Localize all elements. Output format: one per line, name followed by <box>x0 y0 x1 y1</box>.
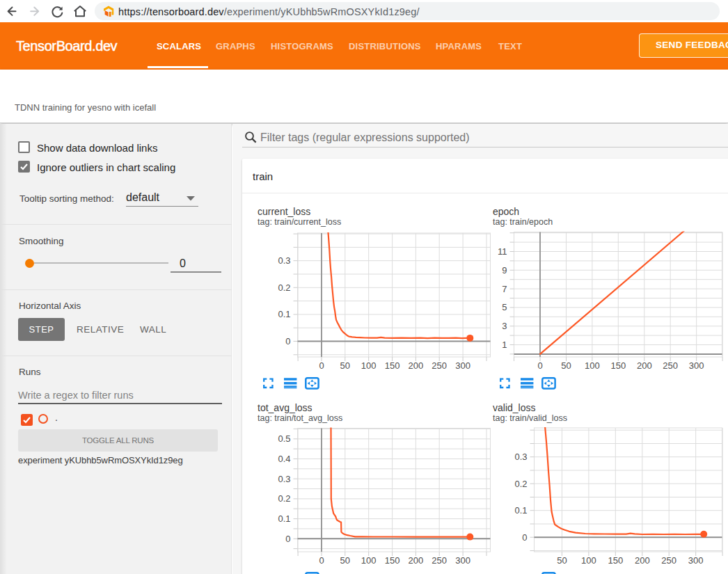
svg-text:0: 0 <box>285 336 290 346</box>
svg-text:300: 300 <box>689 360 704 371</box>
svg-text:0: 0 <box>522 532 527 543</box>
svg-text:0: 0 <box>319 555 324 566</box>
svg-text:250: 250 <box>432 360 447 371</box>
svg-text:150: 150 <box>610 360 626 371</box>
svg-text:100: 100 <box>581 555 596 566</box>
svg-text:200: 200 <box>409 555 424 566</box>
svg-text:50: 50 <box>557 555 567 566</box>
svg-text:300: 300 <box>455 360 470 371</box>
svg-text:200: 200 <box>637 360 652 371</box>
svg-text:50: 50 <box>561 360 571 371</box>
svg-text:300: 300 <box>688 555 704 566</box>
svg-text:200: 200 <box>409 360 424 371</box>
svg-text:50: 50 <box>340 360 350 371</box>
svg-text:7: 7 <box>502 284 507 294</box>
svg-text:150: 150 <box>608 555 623 566</box>
svg-text:50: 50 <box>340 555 350 566</box>
svg-text:150: 150 <box>385 360 400 371</box>
svg-text:1: 1 <box>502 340 507 350</box>
svg-text:0: 0 <box>319 360 324 371</box>
svg-text:250: 250 <box>663 360 678 371</box>
svg-text:0.5: 0.5 <box>278 433 290 444</box>
svg-text:0.3: 0.3 <box>278 474 290 484</box>
svg-text:0.3: 0.3 <box>278 255 290 266</box>
svg-text:0: 0 <box>537 360 542 371</box>
svg-text:9: 9 <box>502 265 507 276</box>
svg-text:0.1: 0.1 <box>278 513 290 524</box>
svg-text:200: 200 <box>635 555 650 566</box>
svg-text:100: 100 <box>585 360 600 371</box>
svg-text:0.1: 0.1 <box>514 505 527 516</box>
svg-text:100: 100 <box>361 555 377 566</box>
svg-text:300: 300 <box>455 555 470 566</box>
svg-text:250: 250 <box>432 555 447 566</box>
svg-text:0.2: 0.2 <box>278 282 290 293</box>
svg-text:0.1: 0.1 <box>278 309 290 319</box>
svg-text:3: 3 <box>502 321 507 331</box>
svg-text:0.2: 0.2 <box>278 493 290 504</box>
svg-text:100: 100 <box>361 360 377 371</box>
svg-text:0.3: 0.3 <box>514 452 527 462</box>
svg-text:11: 11 <box>498 246 507 257</box>
svg-text:150: 150 <box>385 555 400 566</box>
svg-text:250: 250 <box>661 555 676 566</box>
svg-text:5: 5 <box>502 302 507 312</box>
svg-text:0.4: 0.4 <box>278 454 290 464</box>
svg-text:0.2: 0.2 <box>514 479 527 489</box>
svg-text:0: 0 <box>285 534 290 544</box>
